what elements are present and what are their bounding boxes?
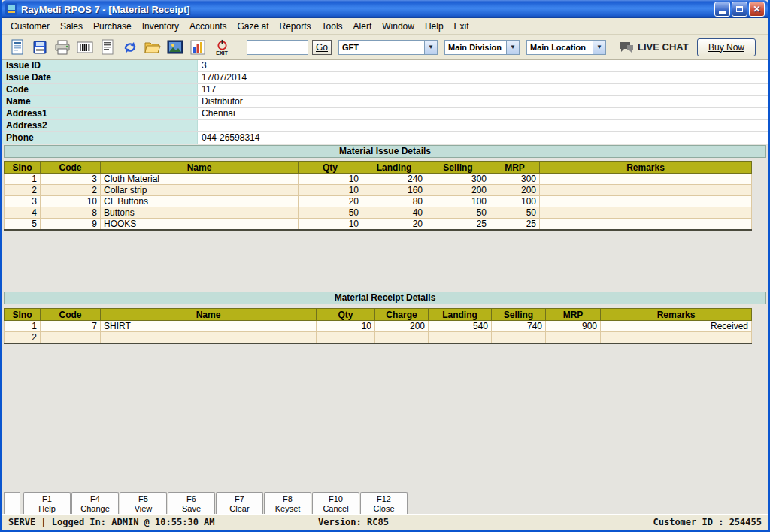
f5-view-button[interactable]: F5 View <box>120 492 167 514</box>
f4-action-label: Change <box>72 504 118 514</box>
table-cell: CL Buttons <box>101 196 299 207</box>
menu-inventory[interactable]: Inventory <box>137 19 184 34</box>
receipt-header-form: Issue ID 3 Issue Date 17/07/2014 Code 11… <box>2 60 768 144</box>
table-cell: Received <box>601 321 752 332</box>
live-chat-button[interactable]: LIVE CHAT <box>619 41 689 53</box>
close-button[interactable]: ✕ <box>749 2 765 17</box>
table-cell <box>429 332 492 344</box>
menu-exit[interactable]: Exit <box>449 19 474 34</box>
live-chat-label: LIVE CHAT <box>638 41 689 53</box>
status-bar: SERVE | Logged In: ADMIN @ 10:55:30 AM V… <box>2 514 768 530</box>
table-row[interactable]: 310CL Buttons2080100100 <box>5 196 752 207</box>
phone-value[interactable]: 044-26598314 <box>198 132 259 144</box>
table-cell <box>601 332 752 344</box>
table-row[interactable]: 2 <box>5 332 752 344</box>
save-icon[interactable] <box>29 37 50 58</box>
column-header: Selling <box>492 309 546 321</box>
table-cell: 10 <box>299 219 362 231</box>
issue-id-value[interactable]: 3 <box>198 60 207 71</box>
table-cell <box>546 332 601 344</box>
barcode-icon[interactable] <box>74 37 95 58</box>
column-header: Code <box>41 309 101 321</box>
minimize-button[interactable] <box>714 2 730 17</box>
issue-details-table: SlnoCodeNameQtyLandingSellingMRPRemarks … <box>4 161 752 231</box>
table-cell: 20 <box>362 219 426 231</box>
menu-gaze-at[interactable]: Gaze at <box>232 19 274 34</box>
menu-customer[interactable]: Customer <box>5 19 55 34</box>
form-row-name: Name Distributor <box>2 96 768 108</box>
company-dropdown[interactable]: GFT ▼ <box>338 40 438 55</box>
f7-key-label: F7 <box>217 494 262 504</box>
receipt-table-header-row: SlnoCodeNameQtyChargeLandingSellingMRPRe… <box>5 309 752 321</box>
f1-help-button[interactable]: F1 Help <box>23 492 71 514</box>
menu-window[interactable]: Window <box>377 19 420 34</box>
table-cell: 25 <box>426 219 490 231</box>
issue-date-value[interactable]: 17/07/2014 <box>198 72 247 83</box>
table-cell: 10 <box>299 174 362 185</box>
table-cell: HOOKS <box>101 219 299 231</box>
table-row[interactable]: 48Buttons50405050 <box>5 207 752 219</box>
issue-date-label: Issue Date <box>2 72 198 83</box>
menu-reports[interactable]: Reports <box>274 19 317 34</box>
table-cell: 200 <box>375 321 429 332</box>
f4-change-button[interactable]: F4 Change <box>71 492 119 514</box>
exit-caption: EXIT <box>216 50 228 56</box>
table-cell: 50 <box>299 207 362 219</box>
chart-icon[interactable] <box>187 37 208 58</box>
table-cell: 200 <box>426 185 490 196</box>
table-cell <box>540 185 752 196</box>
go-button[interactable]: Go <box>312 40 332 55</box>
restore-button[interactable] <box>732 2 747 17</box>
table-cell: 540 <box>429 321 492 332</box>
division-dropdown[interactable]: Main Division ▼ <box>444 40 520 55</box>
image-icon[interactable] <box>165 37 185 58</box>
print-icon[interactable] <box>52 37 72 58</box>
address2-value[interactable] <box>198 120 202 131</box>
column-header: Slno <box>5 309 41 321</box>
location-dropdown[interactable]: Main Location ▼ <box>526 40 606 55</box>
menu-accounts[interactable]: Accounts <box>184 19 232 34</box>
exit-icon[interactable]: EXIT <box>210 37 234 58</box>
f6-save-button[interactable]: F6 Save <box>168 492 215 514</box>
search-input[interactable] <box>247 40 308 55</box>
table-row[interactable]: 59HOOKS10202525 <box>5 219 752 231</box>
buy-now-button[interactable]: Buy Now <box>697 38 756 56</box>
f10-cancel-button[interactable]: F10 Cancel <box>312 492 359 514</box>
code-value[interactable]: 117 <box>198 84 216 95</box>
table-row[interactable]: 13Cloth Material10240300300 <box>5 174 752 185</box>
column-header: Landing <box>429 309 492 321</box>
phone-label: Phone <box>2 132 198 144</box>
f1-action-label: Help <box>24 504 70 514</box>
f12-close-button[interactable]: F12 Close <box>360 492 408 514</box>
table-row[interactable]: 22Collar strip10160200200 <box>5 185 752 196</box>
issue-table-header-row: SlnoCodeNameQtyLandingSellingMRPRemarks <box>5 162 752 174</box>
column-header: Slno <box>5 162 41 174</box>
receipt-details-table: SlnoCodeNameQtyChargeLandingSellingMRPRe… <box>4 308 752 344</box>
address1-value[interactable]: Chennai <box>198 108 235 119</box>
table-cell: 50 <box>490 207 540 219</box>
refresh-icon[interactable] <box>120 37 140 58</box>
menu-sales[interactable]: Sales <box>55 19 88 34</box>
f8-keyset-button[interactable]: F8 Keyset <box>264 492 311 514</box>
table-cell: 900 <box>546 321 601 332</box>
notes-icon[interactable] <box>97 37 117 58</box>
table-cell: 300 <box>426 174 490 185</box>
table-cell: Cloth Material <box>101 174 299 185</box>
column-header: Name <box>101 162 299 174</box>
form-row-address2: Address2 <box>2 120 768 132</box>
f10-action-label: Cancel <box>313 504 359 514</box>
menu-tools[interactable]: Tools <box>317 19 348 34</box>
form-row-address1: Address1 Chennai <box>2 108 768 120</box>
f7-clear-button[interactable]: F7 Clear <box>216 492 263 514</box>
menu-alert[interactable]: Alert <box>348 19 377 34</box>
table-cell: 8 <box>41 207 101 219</box>
table-cell: SHIRT <box>101 321 317 332</box>
open-folder-icon[interactable] <box>142 37 162 58</box>
name-value[interactable]: Distributor <box>198 96 243 107</box>
report-icon[interactable] <box>7 37 27 58</box>
form-row-issue-id: Issue ID 3 <box>2 60 768 72</box>
menu-purchase[interactable]: Purchase <box>88 19 137 34</box>
table-row[interactable]: 17SHIRT10200540740900Received <box>5 321 752 332</box>
table-cell: 300 <box>490 174 540 185</box>
menu-help[interactable]: Help <box>420 19 449 34</box>
